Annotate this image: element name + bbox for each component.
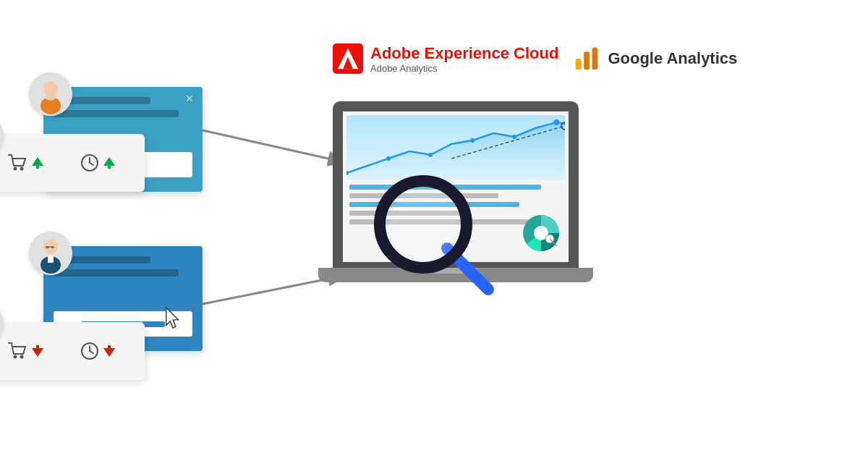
cart-icon-2: [7, 341, 27, 361]
header-logos: Adobe Experience Cloud Adobe Analytics G…: [333, 43, 737, 74]
svg-rect-61: [108, 345, 111, 350]
adobe-brand: Adobe Experience Cloud Adobe Analytics: [333, 43, 558, 74]
svg-point-13: [46, 93, 56, 101]
svg-rect-4: [584, 52, 590, 70]
avatar-casual-1: [29, 72, 72, 116]
svg-rect-47: [108, 164, 111, 169]
arrow-up-1: [30, 156, 45, 170]
clock-icon-2: [80, 342, 99, 360]
svg-point-41: [13, 167, 17, 171]
adobe-main-text: Adobe Experience Cloud: [370, 44, 558, 63]
ga-brand: Google Analytics: [573, 45, 737, 72]
close-icon-1: ✕: [185, 93, 194, 104]
clock-up-group: [80, 153, 116, 172]
svg-point-55: [13, 355, 17, 359]
svg-point-36: [391, 193, 455, 256]
svg-point-56: [20, 355, 23, 359]
svg-line-60: [90, 351, 93, 353]
cart-down-group: [7, 341, 45, 361]
arrow-up-2: [102, 156, 116, 170]
svg-rect-43: [36, 164, 39, 169]
svg-rect-17: [48, 256, 54, 263]
clock-icon-1: [80, 153, 99, 172]
result-card-box-2: [0, 322, 145, 380]
card-line-2: [54, 110, 179, 117]
svg-rect-18: [46, 246, 49, 248]
pie-chart: [519, 211, 563, 255]
cart-up-group: [7, 153, 45, 173]
arrow-down-2: [102, 344, 116, 358]
svg-rect-19: [51, 246, 54, 248]
result-card-box-1: [0, 134, 145, 192]
svg-rect-5: [592, 48, 598, 69]
adobe-text-group: Adobe Experience Cloud Adobe Analytics: [370, 44, 558, 74]
ga-logo-icon: [573, 45, 600, 72]
svg-point-27: [554, 119, 560, 125]
clock-down-group: [80, 342, 116, 360]
arrow-down-1: [30, 344, 45, 358]
avatar-suit-1: [29, 232, 72, 275]
svg-line-46: [90, 163, 93, 165]
result-card-2: [0, 322, 846, 380]
card-line-4: [54, 269, 179, 276]
svg-rect-57: [36, 345, 39, 350]
adobe-logo-icon: [333, 43, 363, 74]
svg-rect-3: [576, 59, 582, 69]
ga-main-text: Google Analytics: [608, 49, 737, 68]
adobe-sub-text: Adobe Analytics: [370, 63, 558, 74]
cart-icon-1: [7, 153, 27, 173]
svg-point-42: [20, 167, 23, 171]
result-card-1: [0, 134, 846, 192]
